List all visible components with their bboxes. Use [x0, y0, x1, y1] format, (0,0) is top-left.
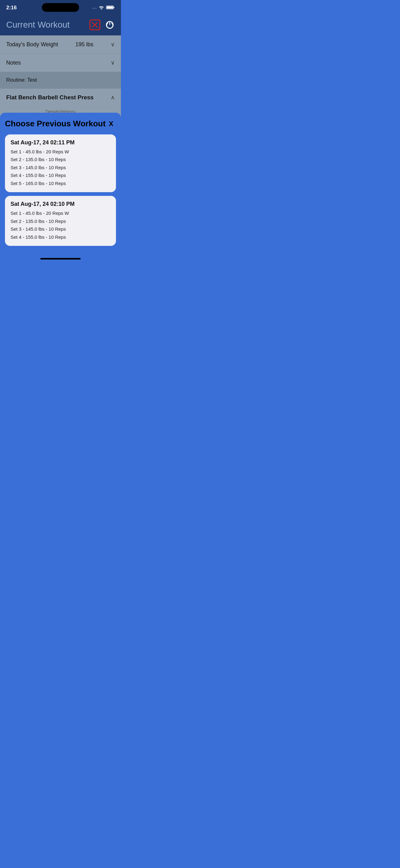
status-icons: ····: [92, 5, 115, 10]
modal-title: Choose Previous Workout: [5, 119, 106, 128]
workout-card[interactable]: Sat Aug-17, 24 02:11 PMSet 1 - 45.0 lbs …: [5, 134, 116, 192]
workout-set: Set 5 - 165.0 lbs - 10 Reps: [10, 180, 110, 187]
svg-rect-1: [107, 6, 113, 8]
modal-header: Choose Previous Workout X: [5, 119, 116, 129]
body-weight-chevron-icon: ∨: [111, 41, 115, 48]
exercise-label: Flat Bench Barbell Chest Press: [6, 94, 94, 101]
exercise-row[interactable]: Flat Bench Barbell Chest Press ∧: [0, 89, 121, 106]
cancel-button[interactable]: [89, 19, 100, 30]
notes-label: Notes: [6, 60, 21, 66]
workout-set: Set 1 - 45.0 lbs - 20 Reps W: [10, 148, 110, 156]
workout-set: Set 1 - 45.0 lbs - 20 Reps W: [10, 209, 110, 217]
status-time: 2:16: [6, 5, 17, 11]
header-icons: [89, 19, 115, 30]
workout-set: Set 4 - 155.0 lbs - 10 Reps: [10, 233, 110, 241]
workout-set: Set 4 - 155.0 lbs - 10 Reps: [10, 172, 110, 180]
header: Current Workout: [0, 16, 121, 35]
routine-row: Routine: Test: [0, 72, 121, 89]
workout-date: Sat Aug-17, 24 02:10 PM: [10, 201, 110, 207]
home-indicator: [40, 258, 80, 259]
exercise-chevron-icon: ∧: [111, 94, 115, 101]
svg-rect-2: [114, 7, 114, 8]
routine-label: Routine: Test: [6, 77, 37, 83]
notch: [42, 3, 79, 12]
body-weight-value: 195 lbs: [75, 41, 93, 48]
background-content: Today's Body Weight 195 lbs ∨ Notes ∨ Ro…: [0, 35, 121, 117]
workout-set: Set 3 - 145.0 lbs - 10 Reps: [10, 225, 110, 233]
workout-set: Set 2 - 135.0 lbs - 10 Reps: [10, 156, 110, 164]
workout-card[interactable]: Sat Aug-17, 24 02:10 PMSet 1 - 45.0 lbs …: [5, 196, 116, 246]
body-weight-row[interactable]: Today's Body Weight 195 lbs ∨: [0, 35, 121, 54]
workout-cards-list: Sat Aug-17, 24 02:11 PMSet 1 - 45.0 lbs …: [5, 134, 116, 246]
wifi-icon: [99, 5, 104, 10]
page-title: Current Workout: [6, 20, 70, 30]
workout-set: Set 3 - 145.0 lbs - 10 Reps: [10, 164, 110, 172]
signal-icon: ····: [92, 6, 97, 10]
choose-workout-modal: Choose Previous Workout X Sat Aug-17, 24…: [0, 113, 121, 262]
battery-icon: [106, 5, 115, 10]
body-weight-label: Today's Body Weight: [6, 41, 58, 48]
status-bar: 2:16 ····: [0, 0, 121, 16]
workout-date: Sat Aug-17, 24 02:11 PM: [10, 140, 110, 146]
workout-set: Set 2 - 135.0 lbs - 10 Reps: [10, 217, 110, 225]
notes-chevron-icon: ∨: [111, 59, 115, 66]
notes-row[interactable]: Notes ∨: [0, 54, 121, 72]
modal-close-button[interactable]: X: [106, 119, 116, 129]
power-button[interactable]: [105, 20, 115, 30]
